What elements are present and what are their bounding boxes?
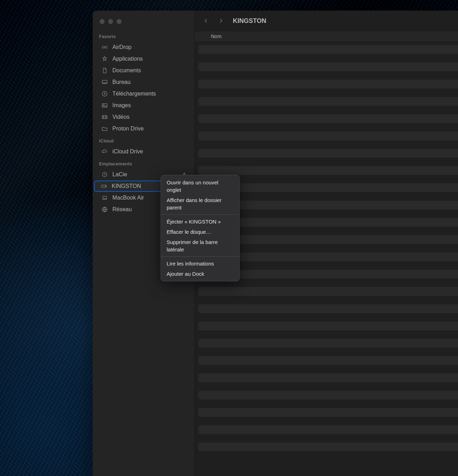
menu-remove-sidebar[interactable]: Supprimer de la barre latérale [161, 237, 239, 255]
close-button[interactable] [100, 19, 105, 24]
menu-erase-disk[interactable]: Effacer le disque… [161, 227, 239, 237]
sidebar-item-label: Bureau [112, 79, 131, 85]
file-row[interactable] [198, 132, 458, 140]
menu-show-in-parent[interactable]: Afficher dans le dossier parent [161, 195, 239, 213]
forward-button[interactable] [216, 16, 226, 26]
sidebar-item-label: MacBook Air [112, 195, 144, 201]
back-button[interactable] [201, 16, 211, 26]
sidebar-section-locations: Emplacements [93, 158, 194, 169]
sidebar-item-label: Applications [112, 56, 143, 62]
folder-icon [101, 125, 108, 132]
file-row[interactable] [198, 408, 458, 417]
file-row[interactable] [198, 356, 458, 365]
file-row[interactable] [198, 322, 458, 330]
downloads-icon [101, 90, 108, 97]
file-row[interactable] [198, 97, 458, 106]
sidebar-item-airdrop[interactable]: AirDrop [95, 42, 192, 53]
sidebar-item-label: Vidéos [112, 114, 130, 120]
finder-window: Favoris AirDrop Applications Documents B… [93, 11, 458, 476]
file-row[interactable] [198, 80, 458, 89]
file-row[interactable] [198, 62, 458, 71]
file-row[interactable] [198, 304, 458, 313]
svg-rect-9 [103, 196, 107, 199]
menu-get-info[interactable]: Lire les informations [161, 258, 239, 269]
sidebar-item-documents[interactable]: Documents [95, 65, 192, 76]
laptop-icon [101, 194, 108, 201]
desktop-icon [101, 79, 108, 86]
minimize-button[interactable] [108, 19, 113, 24]
external-disk-icon [100, 183, 107, 190]
cloud-icon [101, 148, 108, 155]
sidebar-item-applications[interactable]: Applications [95, 53, 192, 65]
menu-separator [161, 256, 239, 257]
airdrop-icon [101, 44, 108, 51]
applications-icon [101, 55, 108, 62]
sidebar-item-label: KINGSTON [112, 183, 141, 189]
file-row[interactable] [198, 373, 458, 382]
sidebar-item-label: AirDrop [112, 44, 131, 50]
file-row[interactable] [198, 114, 458, 123]
sidebar-item-label: Réseau [112, 206, 132, 213]
column-header-row: Nom [195, 31, 458, 42]
file-row[interactable] [198, 149, 458, 158]
sidebar-item-label: iCloud Drive [112, 148, 143, 155]
sidebar-item-label: LaCie [112, 171, 127, 178]
window-controls [93, 16, 194, 30]
sidebar-item-label: Documents [112, 67, 141, 74]
timemachine-icon [101, 171, 108, 178]
sidebar-item-videos[interactable]: Vidéos [95, 111, 192, 123]
context-menu: Ouvrir dans un nouvel onglet Afficher da… [161, 175, 240, 281]
images-icon [101, 102, 108, 109]
file-row[interactable] [198, 339, 458, 348]
file-row[interactable] [198, 425, 458, 434]
network-icon [101, 206, 108, 213]
toolbar: KINGSTON [195, 11, 458, 31]
sidebar-item-proton-drive[interactable]: Proton Drive [95, 123, 192, 134]
file-row[interactable] [198, 166, 458, 175]
document-icon [101, 67, 108, 74]
menu-separator [161, 214, 239, 215]
file-row[interactable] [198, 45, 458, 54]
svg-point-0 [104, 47, 106, 48]
svg-point-8 [105, 186, 106, 187]
sidebar-section-icloud: iCloud [93, 135, 194, 146]
sidebar-item-desktop[interactable]: Bureau [95, 77, 192, 88]
menu-add-to-dock[interactable]: Ajouter au Dock [161, 269, 239, 279]
file-row[interactable] [198, 391, 458, 399]
menu-eject[interactable]: Éjecter « KINGSTON » [161, 216, 239, 227]
sidebar-section-favorites: Favoris [93, 30, 194, 41]
file-row[interactable] [198, 443, 458, 451]
sidebar-item-icloud-drive[interactable]: iCloud Drive [95, 146, 192, 157]
file-row[interactable] [198, 287, 458, 296]
menu-open-new-tab[interactable]: Ouvrir dans un nouvel onglet [161, 177, 239, 195]
column-header-name[interactable]: Nom [211, 33, 222, 39]
sidebar-item-images[interactable]: Images [95, 100, 192, 111]
sidebar-item-label: Proton Drive [112, 126, 144, 132]
fullscreen-button[interactable] [117, 19, 122, 24]
sidebar-item-downloads[interactable]: Téléchargements [95, 88, 192, 99]
sidebar-item-label: Images [112, 102, 131, 109]
videos-icon [101, 114, 108, 121]
sidebar-item-label: Téléchargements [112, 91, 156, 97]
path-title: KINGSTON [233, 17, 266, 25]
